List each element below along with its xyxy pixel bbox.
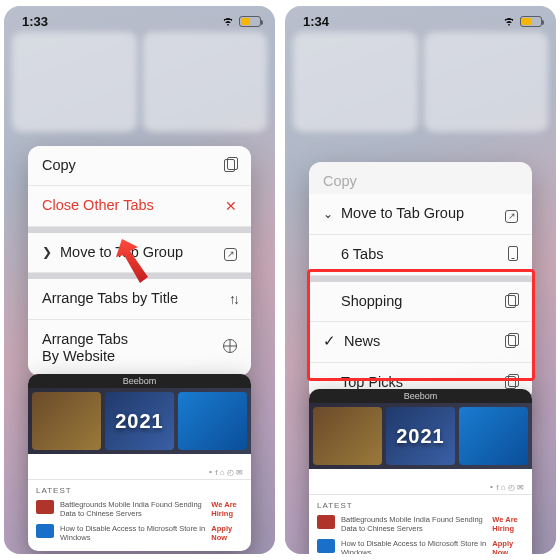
device-icon — [508, 246, 518, 264]
hiring-badge: We Are Hiring — [211, 500, 243, 518]
open-icon: ↗ — [224, 244, 237, 261]
menu-label: Close Other Tabs — [42, 197, 154, 214]
menu-move-to-tab-group[interactable]: ⌄ Move to Tab Group ↗ — [309, 194, 532, 234]
thumb-icon — [36, 524, 54, 538]
group-label: Shopping — [323, 293, 402, 310]
status-bar: 1:34 — [285, 6, 556, 32]
tab-preview-card[interactable]: Beebom 2021 ∘ f ⌂ ◴ ✉ LATEST Battlegroun… — [28, 374, 251, 551]
menu-move-to-tab-group[interactable]: ❯ Move to Tab Group ↗ — [28, 233, 251, 273]
menu-copy[interactable]: Copy — [28, 146, 251, 186]
item-text: Battlegrounds Mobile India Found Sending… — [60, 500, 205, 518]
latest-label: LATEST — [309, 494, 532, 512]
hiring-badge: We Are Hiring — [492, 515, 524, 533]
hero-year: 2021 — [396, 425, 445, 448]
tab-group-submenu: Copy ⌄ Move to Tab Group ↗ 6 Tabs Shoppi… — [309, 162, 532, 402]
menu-label: 6 Tabs — [323, 246, 383, 263]
wifi-icon — [221, 16, 235, 26]
tab-site-name: Beebom — [309, 389, 532, 403]
list-item[interactable]: How to Disable Access to Microsoft Store… — [36, 521, 243, 545]
globe-icon — [223, 339, 237, 356]
tab-hero: 2021 — [309, 403, 532, 469]
copies-icon — [505, 293, 518, 310]
check-icon: ✓ — [323, 333, 336, 350]
tab-hero: 2021 — [28, 388, 251, 454]
apply-link: Apply Now — [492, 539, 524, 554]
chevron-right-icon: ❯ — [42, 245, 52, 259]
item-text: Battlegrounds Mobile India Found Sending… — [341, 515, 486, 533]
menu-label-line1: Arrange Tabs — [42, 331, 128, 347]
hero-thumb: 2021 — [105, 392, 174, 450]
menu-arrange-by-title[interactable]: Arrange Tabs by Title ↑↓ — [28, 279, 251, 319]
screenshot-left: 1:33 Copy Close Other Tabs ✕ ❯ Move to T… — [4, 6, 275, 554]
menu-label: Move to Tab Group — [60, 244, 183, 261]
tab-body — [309, 469, 532, 481]
menu-label: Copy — [323, 173, 357, 190]
tab-group-option-selected[interactable]: ✓ News — [309, 322, 532, 362]
thumb-icon — [317, 515, 335, 529]
screenshot-right: 1:34 Copy ⌄ Move to Tab Group ↗ 6 Tabs — [285, 6, 556, 554]
item-text: How to Disable Access to Microsoft Store… — [341, 539, 486, 554]
tab-group-option[interactable]: Shopping — [309, 282, 532, 322]
bg-cards — [12, 32, 267, 132]
list-item[interactable]: Battlegrounds Mobile India Found Sending… — [36, 497, 243, 521]
menu-arrange-by-website[interactable]: Arrange Tabs By Website — [28, 320, 251, 377]
hero-thumb — [178, 392, 247, 450]
hero-year: 2021 — [115, 410, 164, 433]
tab-site-name: Beebom — [28, 374, 251, 388]
latest-label: LATEST — [28, 479, 251, 497]
sort-icon: ↑↓ — [229, 291, 237, 307]
social-icons: ∘ f ⌂ ◴ ✉ — [28, 466, 251, 479]
battery-icon — [520, 16, 542, 27]
copies-icon — [505, 333, 518, 350]
clock: 1:34 — [303, 14, 329, 29]
hero-thumb — [313, 407, 382, 465]
thumb-icon — [317, 539, 335, 553]
thumb-icon — [36, 500, 54, 514]
tab-body — [28, 454, 251, 466]
open-icon: ↗ — [505, 206, 518, 223]
group-label: News — [344, 333, 380, 350]
menu-label-line2: By Website — [42, 348, 115, 364]
hero-thumb: 2021 — [386, 407, 455, 465]
menu-copy-dimmed: Copy — [309, 162, 532, 194]
clock: 1:33 — [22, 14, 48, 29]
battery-icon — [239, 16, 261, 27]
tab-preview-card[interactable]: Beebom 2021 ∘ f ⌂ ◴ ✉ LATEST Battlegroun… — [309, 389, 532, 554]
wifi-icon — [502, 16, 516, 26]
context-menu: Copy Close Other Tabs ✕ ❯ Move to Tab Gr… — [28, 146, 251, 376]
latest-list: Battlegrounds Mobile India Found Sending… — [28, 497, 251, 551]
close-icon: ✕ — [225, 198, 237, 214]
menu-label: Copy — [42, 157, 76, 174]
hero-thumb — [459, 407, 528, 465]
latest-list: Battlegrounds Mobile India Found Sending… — [309, 512, 532, 554]
status-bar: 1:33 — [4, 6, 275, 32]
apply-link: Apply Now — [211, 524, 243, 542]
list-item[interactable]: How to Disable Access to Microsoft Store… — [317, 536, 524, 554]
copy-icon — [224, 157, 237, 174]
item-text: How to Disable Access to Microsoft Store… — [60, 524, 205, 542]
menu-label: Move to Tab Group — [341, 205, 464, 222]
bg-cards — [293, 32, 548, 132]
chevron-down-icon: ⌄ — [323, 207, 333, 221]
menu-close-other-tabs[interactable]: Close Other Tabs ✕ — [28, 186, 251, 226]
menu-label: Arrange Tabs by Title — [42, 290, 178, 307]
social-icons: ∘ f ⌂ ◴ ✉ — [309, 481, 532, 494]
hero-thumb — [32, 392, 101, 450]
list-item[interactable]: Battlegrounds Mobile India Found Sending… — [317, 512, 524, 536]
menu-tabs-count[interactable]: 6 Tabs — [309, 235, 532, 276]
